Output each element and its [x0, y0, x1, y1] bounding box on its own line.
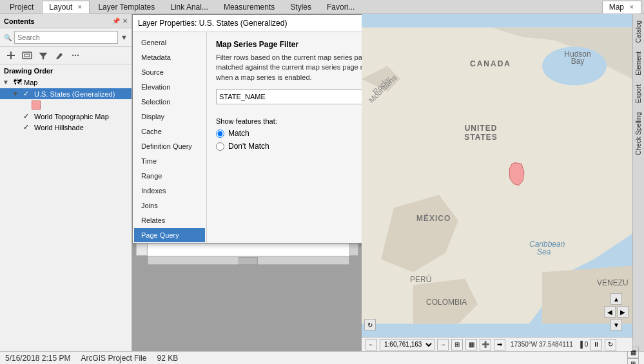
expand-us-states[interactable]: ▼ — [12, 90, 21, 97]
nav-selection[interactable]: Selection — [134, 95, 205, 109]
status-bar: 5/16/2018 2:15 PM ArcGIS Project File 92… — [0, 351, 644, 364]
nav-cache[interactable]: Cache — [134, 124, 205, 139]
world-topo-label: World Topographic Map — [34, 113, 109, 120]
sidebar-tab-element[interactable]: Element — [634, 48, 643, 79]
tab-styles[interactable]: Styles — [283, 1, 318, 14]
svg-rect-2 — [23, 52, 32, 59]
radio-dont-match[interactable]: Don't Match — [216, 142, 362, 151]
drawing-order-label: Drawing Order — [0, 64, 132, 76]
close-map-tab[interactable]: ✕ — [629, 4, 634, 10]
tab-project[interactable]: Project — [3, 1, 41, 14]
sidebar-tab-check-spelling[interactable]: Check Spelling — [634, 108, 643, 159]
nav-definition-query[interactable]: Definition Query — [134, 139, 205, 153]
map-icon: 🗺 — [14, 77, 22, 87]
add-layer-icon — [6, 50, 16, 61]
edit-button[interactable] — [52, 49, 66, 62]
radio-match-input[interactable] — [216, 129, 224, 138]
dialog-nav: General Metadata Source Elevation Select… — [133, 32, 207, 243]
map-view[interactable]: CANADA UNITED STATES MÉXICO Hudson Bay R… — [362, 14, 632, 337]
search-button[interactable]: ▼ — [121, 34, 128, 41]
pause-button[interactable]: ⏸ — [590, 339, 602, 350]
more-button[interactable]: ··· — [68, 49, 83, 62]
group-icon — [22, 50, 32, 61]
radio-match-label: Match — [228, 129, 249, 138]
refresh-button[interactable]: ↻ — [364, 319, 376, 330]
more-icon: ··· — [72, 50, 79, 61]
section-title: Map Series Page Filter — [216, 40, 362, 49]
check-us-states[interactable]: ✓ — [23, 90, 32, 98]
map-bottom-bar: ← 1:60,761,163 → ⊞ ▦ ➕ ➡ 17350°W 37.5484… — [362, 337, 632, 351]
tree-item-us-states[interactable]: ▼ ✓ U.S. States (Generalized) — [0, 88, 132, 99]
sidebar-tab-catalog[interactable]: Catalog — [634, 17, 643, 46]
nav-display[interactable]: Display — [134, 110, 205, 124]
coordinates-display: 17350°W 37.5484111 — [511, 341, 573, 348]
zoom-in-button[interactable]: → — [437, 339, 449, 350]
nav-range[interactable]: Range — [134, 169, 205, 183]
tree-item-world-hillshade[interactable]: ✓ World Hillshade — [0, 122, 132, 133]
nav-page-query[interactable]: Page Query — [134, 228, 205, 242]
search-bar: 🔍 ▼ — [0, 28, 132, 47]
zoom-out-button[interactable]: ← — [366, 339, 377, 350]
group-button[interactable] — [20, 49, 34, 62]
search-input[interactable] — [14, 31, 118, 44]
radio-dont-match-label: Don't Match — [228, 142, 269, 151]
check-world-hillshade[interactable]: ✓ — [23, 123, 32, 131]
nav-general[interactable]: General — [134, 35, 205, 50]
tree-item-map[interactable]: ▼ 🗺 Map — [0, 76, 132, 88]
svg-rect-1 — [10, 52, 12, 59]
close-panel-button[interactable]: ✕ — [122, 17, 128, 24]
tab-favori[interactable]: Favori... — [320, 1, 362, 14]
nav-relates[interactable]: Relates — [134, 213, 205, 227]
pin-button[interactable]: 📌 — [112, 17, 120, 24]
pan-right-button[interactable]: ▶ — [617, 306, 629, 318]
horizontal-scrollbar[interactable] — [148, 256, 349, 265]
radio-dont-match-input[interactable] — [216, 142, 224, 151]
svg-text:PERÚ: PERÚ — [410, 274, 431, 284]
map-grid-button[interactable]: ⊞ — [451, 339, 463, 350]
pan-left-button[interactable]: ◀ — [604, 306, 616, 318]
refresh-icon[interactable]: ↻ — [364, 319, 376, 330]
svg-text:CANADA: CANADA — [470, 59, 511, 68]
h-scrollbar-thumb[interactable] — [239, 257, 258, 265]
svg-text:MÉXICO: MÉXICO — [416, 213, 451, 223]
svg-rect-3 — [24, 54, 30, 57]
world-hillshade-label: World Hillshade — [34, 124, 84, 131]
svg-text:Sea: Sea — [537, 247, 551, 256]
radio-match[interactable]: Match — [216, 129, 362, 138]
tab-map[interactable]: Map ✕ — [602, 1, 641, 14]
tab-layout[interactable]: Layout ✕ — [42, 1, 90, 14]
sidebar-tab-export[interactable]: Export — [634, 81, 643, 107]
toolbar-row: ··· — [0, 47, 132, 64]
section-description: Filter rows based on the current map ser… — [216, 53, 362, 82]
close-layout-tab[interactable]: ✕ — [77, 4, 83, 10]
svg-text:UNITED: UNITED — [465, 124, 498, 133]
nav-joins[interactable]: Joins — [134, 198, 205, 213]
map-refresh-button[interactable]: ↻ — [605, 339, 616, 350]
tab-link-anal[interactable]: Link Anal... — [163, 1, 215, 14]
status-grid-button[interactable]: ⊞ — [627, 358, 639, 365]
status-datetime: 5/16/2018 2:15 PM — [5, 354, 70, 363]
nav-indexes[interactable]: Indexes — [134, 184, 205, 198]
filter-button[interactable] — [36, 49, 50, 62]
status-file-size: 92 KB — [157, 354, 178, 363]
svg-text:COLOMBIA: COLOMBIA — [426, 298, 467, 307]
nav-metadata[interactable]: Metadata — [134, 50, 205, 64]
nav-elevation[interactable]: Elevation — [134, 80, 205, 94]
nav-time[interactable]: Time — [134, 154, 205, 168]
map-table-button[interactable]: ▦ — [465, 339, 477, 350]
pan-up-button[interactable]: ▲ — [610, 293, 622, 305]
search-icon: 🔍 — [4, 34, 12, 41]
check-world-topo[interactable]: ✓ — [23, 112, 32, 120]
nav-source[interactable]: Source — [134, 65, 205, 79]
expand-map[interactable]: ▼ — [3, 79, 12, 86]
map-arrow-button[interactable]: ➡ — [494, 339, 505, 350]
tab-measurements[interactable]: Measurements — [217, 1, 282, 14]
map-plus-button[interactable]: ➕ — [480, 339, 491, 350]
field-dropdown[interactable]: STATE_NAME STATE_ABBR STATE_FIPS — [216, 89, 362, 104]
contents-header: Contents 📌 ✕ — [0, 14, 132, 28]
tab-layer-templates[interactable]: Layer Templates — [91, 1, 162, 14]
pan-down-button[interactable]: ▼ — [610, 319, 622, 330]
scale-selector[interactable]: 1:60,761,163 — [380, 339, 434, 350]
tree-item-world-topo[interactable]: ✓ World Topographic Map — [0, 111, 132, 122]
add-layer-button[interactable] — [4, 49, 18, 62]
